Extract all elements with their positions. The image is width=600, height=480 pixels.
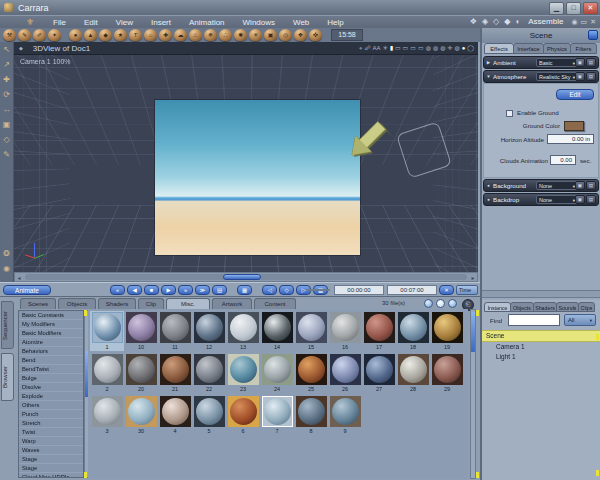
insert-sphere[interactable]: ● <box>69 29 82 41</box>
go-start-button[interactable]: « <box>110 285 125 295</box>
prev-frame-button[interactable]: ◀ <box>127 285 142 295</box>
viewport-3d[interactable]: Camera 1 100% <box>14 55 478 272</box>
find-input[interactable] <box>508 314 560 326</box>
axis-toggle-icon[interactable]: ✛ <box>447 45 452 51</box>
thumbnail-cell[interactable]: 28 <box>396 353 430 393</box>
layout-single[interactable]: ▮ <box>390 45 393 51</box>
folder-item[interactable]: Bend <box>19 356 83 365</box>
instance-tab-instance[interactable]: Instance <box>484 302 511 312</box>
thumbnail-cell[interactable]: 5 <box>192 395 226 435</box>
insert-vertex-object[interactable]: ▲ <box>84 29 97 41</box>
backdrop-dropdown[interactable]: None ▾ <box>536 195 578 204</box>
folder-item[interactable]: My Modifiers <box>19 320 83 329</box>
pan-hand-tool[interactable]: ❖ <box>470 17 477 26</box>
scroll-left-arrow[interactable]: ◂ <box>15 274 23 281</box>
preview-small-button[interactable] <box>424 299 433 308</box>
folder-item[interactable]: Stage <box>19 464 83 473</box>
viewport-title-bar[interactable]: ◆ 3DView of Doc1 ⌖☍AA✳▮▭▭▭▭◍◍◍✛◍●◯ <box>14 42 478 55</box>
background-option-button[interactable]: ▤ <box>586 181 596 190</box>
backdrop-option-button[interactable]: ▤ <box>586 195 596 204</box>
thumbnail-cell[interactable]: 22 <box>192 353 226 393</box>
thumbnail-cell[interactable]: 27 <box>362 353 396 393</box>
insert-camera[interactable]: ▣ <box>264 29 277 41</box>
find-filter-dropdown[interactable]: All ▾ <box>564 314 596 326</box>
insert-metaball[interactable]: ★ <box>114 29 127 41</box>
menu-file[interactable]: File <box>44 18 75 27</box>
magic-wand-tool[interactable]: ✦ <box>48 29 61 41</box>
insert-plant[interactable]: ✚ <box>159 29 172 41</box>
folder-item[interactable]: Punch <box>19 410 83 419</box>
scene-arrow-object[interactable] <box>344 103 406 165</box>
thumbnail-cell[interactable]: 30 <box>124 395 158 435</box>
folder-item[interactable]: Disolve <box>19 383 83 392</box>
horizon-altitude-field[interactable]: 0.00 in <box>547 134 594 144</box>
scene-tab-physics[interactable]: Physics <box>543 43 571 54</box>
preview-button[interactable]: ▦ <box>237 285 252 295</box>
menu-animation[interactable]: Animation <box>180 18 234 27</box>
edit-tool[interactable]: ✎ <box>0 147 13 162</box>
instance-tab-shaders[interactable]: Shaders <box>533 302 557 312</box>
folder-item[interactable]: Atomize <box>19 338 83 347</box>
tab-scenes[interactable]: Scenes <box>20 298 56 309</box>
preview-large-button[interactable] <box>448 299 457 308</box>
thumbnail-cell[interactable]: 8 <box>294 395 328 435</box>
thumbnail-cell[interactable]: 14 <box>260 311 294 351</box>
insert-spline-object[interactable]: ◆ <box>99 29 112 41</box>
zoom-tool[interactable]: ◉ <box>0 261 13 276</box>
model-room-icon[interactable]: ◇ <box>493 17 499 26</box>
background-section-header[interactable]: ● Background None ▾ ▣ ▤ <box>483 179 599 192</box>
scene-tab-filters[interactable]: Filters <box>570 43 597 54</box>
next-frame-button[interactable]: » <box>178 285 193 295</box>
tab-artwork[interactable]: Artwork <box>212 298 252 309</box>
folder-item[interactable]: Stretch <box>19 419 83 428</box>
atmosphere-section-header[interactable]: ▼ Atmosphere Realistic Sky ▾ ▣ ▤ <box>483 70 599 83</box>
insert-light[interactable]: ✳ <box>249 29 262 41</box>
restore-icon[interactable]: ▭ <box>581 18 588 26</box>
thumbnail-cell[interactable]: 1 <box>90 311 124 351</box>
insert-physics[interactable]: ✺ <box>234 29 247 41</box>
thumbnail-cell[interactable]: 15 <box>294 311 328 351</box>
grid-scroll-thumb[interactable] <box>471 312 475 352</box>
antialias-toggle[interactable]: AA <box>373 45 381 51</box>
texture-room-icon[interactable]: ◆ <box>504 17 510 26</box>
ambient-option-button[interactable]: ▤ <box>586 58 596 67</box>
scale-tool[interactable]: ↔ <box>0 102 13 117</box>
menu-insert[interactable]: Insert <box>142 18 180 27</box>
thumbnail-cell[interactable]: 16 <box>328 311 362 351</box>
prev-key-button[interactable]: ◁ <box>262 285 277 295</box>
scene-tab-interface[interactable]: Interface <box>513 43 544 54</box>
panel-splitter[interactable] <box>482 290 600 298</box>
instance-item-scene[interactable]: Scene <box>482 330 600 342</box>
folder-item[interactable]: Cloud Nine HDRIs <box>19 473 83 478</box>
sidetab-browser[interactable]: Browser <box>1 353 14 401</box>
scroll-right-arrow[interactable]: ▸ <box>469 274 477 281</box>
go-end-button[interactable]: ≫ <box>195 285 210 295</box>
insert-text[interactable]: T <box>129 29 142 41</box>
grid-scrollbar[interactable] <box>470 309 476 479</box>
background-option-button[interactable]: ▣ <box>575 181 585 190</box>
insert-particles[interactable]: ∴ <box>219 29 232 41</box>
insert-fountain[interactable]: ❄ <box>204 29 217 41</box>
thumbnail-cell[interactable]: 29 <box>430 353 464 393</box>
thumbnail-cell[interactable]: 21 <box>158 353 192 393</box>
enable-ground-checkbox[interactable] <box>506 110 513 117</box>
play-button[interactable]: ▶ <box>161 285 176 295</box>
scene-tab-effects[interactable]: Effects <box>484 43 514 54</box>
edit-button[interactable]: Edit <box>556 89 594 100</box>
folder-item[interactable]: Explode <box>19 392 83 401</box>
thumbnail-cell[interactable]: 19 <box>430 311 464 351</box>
camera-bank-tool[interactable]: ◇ <box>0 132 13 147</box>
thumbnail-cell[interactable]: 7 <box>260 395 294 435</box>
time-mode-dropdown[interactable]: Time <box>456 285 478 295</box>
atmosphere-option-button[interactable]: ▤ <box>586 72 596 81</box>
close-room-icon[interactable]: ✕ <box>590 18 596 26</box>
insert-cloud[interactable]: ☁ <box>174 29 187 41</box>
thumbnail-cell[interactable]: 25 <box>294 353 328 393</box>
tab-shaders[interactable]: Shaders <box>98 298 136 309</box>
add-key-button[interactable]: ◇ <box>279 285 294 295</box>
thumbnail-cell[interactable]: 23 <box>226 353 260 393</box>
move-tool[interactable]: ✚ <box>0 72 13 87</box>
figure-icon[interactable]: ☍ <box>365 45 371 51</box>
folder-item[interactable]: Others <box>19 401 83 410</box>
layout-wide[interactable]: ▭ <box>418 45 424 51</box>
